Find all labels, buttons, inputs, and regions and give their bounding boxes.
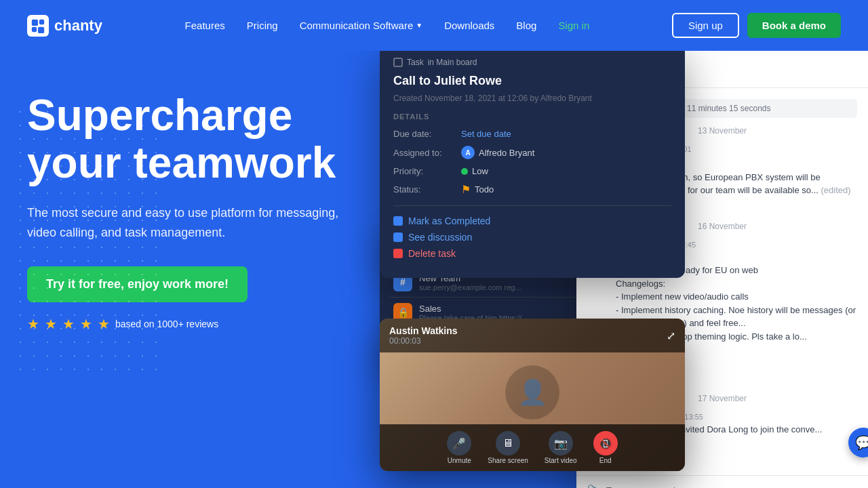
task-row-priority: Priority: Low xyxy=(393,166,671,176)
nav-blog[interactable]: Blog xyxy=(516,20,536,31)
hero-subtitle: The most secure and easy to use platform… xyxy=(27,203,366,243)
task-title: Call to Juliet Rowe xyxy=(393,74,671,88)
end-call-button[interactable]: 📵 End xyxy=(593,431,618,464)
star-icon: ★ xyxy=(80,316,92,332)
share-screen-button[interactable]: 🖥 Share screen xyxy=(488,431,528,464)
task-row-duedate: Due date: Set due date xyxy=(393,129,671,139)
assigned-value: Alfredo Bryant xyxy=(479,148,534,158)
discussion-icon xyxy=(393,232,403,242)
book-demo-button[interactable]: Book a demo xyxy=(747,13,841,38)
hero-section: Supercharge your teamwork The most secur… xyxy=(0,51,868,332)
nav-pricing[interactable]: Pricing xyxy=(247,20,278,31)
svg-rect-2 xyxy=(32,26,37,31)
channel-preview: sue.perry@example.com reg... xyxy=(419,283,521,291)
start-video-label: Start video xyxy=(545,457,577,464)
complete-label: Mark as Completed xyxy=(408,216,490,226)
task-label: Task xyxy=(407,58,424,67)
status-flag-icon: ⚑ xyxy=(461,183,471,196)
delete-label: Delete task xyxy=(408,248,456,259)
assignee-avatar: A xyxy=(461,146,475,159)
svg-rect-3 xyxy=(38,26,44,33)
task-header: Task in Main board xyxy=(393,58,671,67)
task-details-label: DETAILS xyxy=(393,113,671,121)
task-location: in Main board xyxy=(428,58,477,67)
message-time: 13:55 xyxy=(684,413,703,421)
delete-icon xyxy=(393,249,403,258)
signup-button[interactable]: Sign up xyxy=(672,13,739,38)
monitor-icon: 🖥 xyxy=(496,431,520,455)
nav-links: Features Pricing Communication Software … xyxy=(185,20,590,31)
cta-button[interactable]: Try it for free, enjoy work more! xyxy=(27,266,248,302)
navbar: chanty Features Pricing Communication So… xyxy=(0,0,868,51)
unmute-button[interactable]: 🎤 Unmute xyxy=(447,431,471,464)
discussion-label: See discussion xyxy=(408,232,472,243)
expand-video-button[interactable]: ⤢ xyxy=(667,329,675,342)
video-caller-name: Austin Watkins xyxy=(389,325,458,336)
svg-rect-1 xyxy=(39,19,44,24)
nav-actions: Sign up Book a demo xyxy=(672,13,841,38)
star-icon: ★ xyxy=(62,316,75,332)
message-input[interactable] xyxy=(606,485,857,488)
nav-downloads[interactable]: Downloads xyxy=(444,20,494,31)
video-controls: 🎤 Unmute 🖥 Share screen 📷 Start video 📵 … xyxy=(380,424,685,471)
video-header: Austin Watkins 00:00:03 ⤢ xyxy=(380,319,685,352)
nav-features[interactable]: Features xyxy=(185,20,225,31)
end-label: End xyxy=(599,457,612,464)
mark-complete-action[interactable]: Mark as Completed xyxy=(393,216,671,226)
priority-value: Low xyxy=(472,166,488,176)
channel-name: Sales xyxy=(419,304,528,314)
priority-dot-icon xyxy=(461,168,468,175)
start-video-button[interactable]: 📷 Start video xyxy=(545,431,577,464)
attachment-icon[interactable]: 📎 xyxy=(587,484,601,488)
mic-icon: 🎤 xyxy=(447,431,471,455)
delete-task-action[interactable]: Delete task xyxy=(393,248,671,259)
review-text: based on 1000+ reviews xyxy=(115,319,218,329)
assigned-label: Assigned to: xyxy=(393,148,461,158)
video-person: 👤 xyxy=(505,365,559,425)
task-row-status: Status: ⚑ Todo xyxy=(393,183,671,196)
complete-icon xyxy=(393,216,403,226)
priority-label: Priority: xyxy=(393,166,461,176)
hero-right: Task in Main board Call to Juliet Rowe C… xyxy=(353,44,868,478)
nav-signin[interactable]: Sign in xyxy=(558,20,589,31)
due-date-value[interactable]: Set due date xyxy=(461,129,511,139)
logo[interactable]: chanty xyxy=(27,15,102,37)
end-call-icon: 📵 xyxy=(593,431,618,455)
logo-text: chanty xyxy=(54,17,102,35)
video-camera-icon: 📷 xyxy=(549,431,573,455)
star-icon: ★ xyxy=(45,316,57,332)
see-discussion-action[interactable]: See discussion xyxy=(393,232,671,243)
person-avatar-icon: 👤 xyxy=(505,365,559,420)
nav-comm-software[interactable]: Communication Software ▼ xyxy=(300,20,422,31)
video-call-panel: Austin Watkins 00:00:03 ⤢ 👤 🎤 Unmute 🖥 xyxy=(380,319,685,471)
status-value: Todo xyxy=(475,184,494,195)
svg-rect-0 xyxy=(32,19,38,25)
chevron-down-icon: ▼ xyxy=(416,22,422,29)
logo-icon xyxy=(27,15,49,37)
share-screen-label: Share screen xyxy=(488,457,528,464)
task-checkbox-icon xyxy=(393,58,403,67)
star-icon: ★ xyxy=(27,316,39,332)
due-date-label: Due date: xyxy=(393,129,461,139)
chat-input-bar: 📎 xyxy=(576,475,868,488)
task-row-assigned: Assigned to: A Alfredo Bryant xyxy=(393,146,671,159)
task-created: Created November 18, 2021 at 12:06 by Al… xyxy=(393,94,671,103)
support-chat-icon: 💬 xyxy=(855,434,869,451)
unmute-label: Unmute xyxy=(448,457,471,464)
video-duration: 00:00:03 xyxy=(389,336,458,346)
task-card: Task in Main board Call to Juliet Rowe C… xyxy=(380,44,685,278)
star-icon: ★ xyxy=(98,316,110,332)
status-label: Status: xyxy=(393,184,461,195)
